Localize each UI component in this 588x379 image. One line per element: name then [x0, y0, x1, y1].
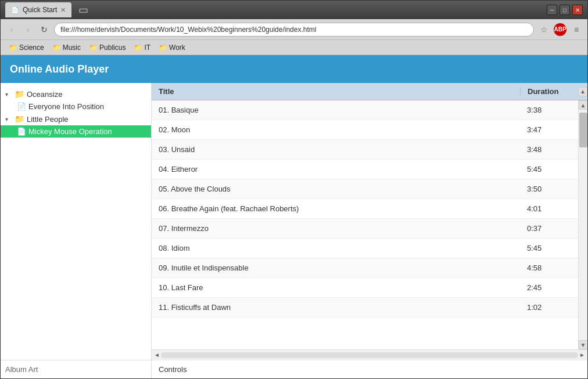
collapse-icon: ▾ [5, 116, 12, 122]
track-duration: 4:58 [520, 264, 578, 272]
bookmark-music[interactable]: 📁 Music [49, 42, 84, 53]
browser-menu-button[interactable]: ≡ [570, 23, 583, 36]
controls-label: Controls [159, 365, 187, 374]
h-scroll-track[interactable] [161, 352, 578, 358]
title-bar: 📄 Quick Start ✕ ▭ ─ □ ✕ [1, 1, 587, 19]
browser-window: 📄 Quick Start ✕ ▭ ─ □ ✕ ‹ › ↻ ☆ ABP ≡ 📁 … [0, 0, 588, 379]
tree-node-label: Mickey Mouse Operation [28, 127, 112, 136]
scroll-left-button[interactable]: ◄ [153, 351, 161, 359]
app-title: Online Audio Player [10, 63, 109, 75]
folder-icon: 📁 [9, 44, 17, 52]
file-icon: 📄 [17, 102, 26, 111]
controls-bar: Controls [152, 360, 587, 378]
track-title: 06. Breathe Again (feat. Rachael Roberts… [152, 204, 520, 213]
table-row[interactable]: 10. Last Fare2:45 [152, 278, 578, 298]
column-title-header: Title [152, 87, 520, 96]
bookmark-label: Music [63, 44, 81, 52]
track-title: 04. Eitheror [152, 165, 520, 174]
bookmark-work[interactable]: 📁 Work [155, 42, 189, 53]
horizontal-scrollbar[interactable]: ◄ ► [152, 349, 587, 360]
table-row[interactable]: 09. Inutile et Indispensable4:58 [152, 258, 578, 278]
track-table: Title Duration ▲ 01. Basique3:3802. Moon… [152, 83, 587, 378]
bookmark-it[interactable]: 📁 IT [130, 42, 154, 53]
track-duration: 1:02 [520, 303, 578, 312]
refresh-button[interactable]: ↻ [38, 23, 51, 36]
app-header: Online Audio Player [1, 55, 587, 83]
track-duration: 3:48 [520, 145, 578, 154]
scroll-right-button[interactable]: ► [578, 351, 586, 359]
new-tab-button[interactable]: ▭ [76, 3, 90, 17]
tree-section: ▾ 📁 Oceansize 📄 Everyone Into Position ▾… [1, 83, 151, 142]
track-duration: 3:47 [520, 125, 578, 134]
scroll-down-button[interactable]: ▼ [579, 340, 588, 349]
folder-icon: 📁 [134, 44, 142, 52]
table-row[interactable]: 11. Fisticuffs at Dawn1:02 [152, 298, 578, 317]
table-body-container: 01. Basique3:3802. Moon3:4703. Unsaid3:4… [152, 100, 587, 349]
bookmarks-bar: 📁 Science 📁 Music 📁 Publicus 📁 IT 📁 Work [1, 40, 587, 55]
table-row[interactable]: 02. Moon3:47 [152, 120, 578, 140]
collapse-icon: ▾ [5, 91, 12, 98]
folder-icon: 📁 [15, 89, 24, 99]
tree-node-mickey-mouse-operation[interactable]: 📄 Mickey Mouse Operation [1, 125, 151, 138]
table-header: Title Duration ▲ [152, 83, 587, 100]
forward-button[interactable]: › [21, 23, 34, 36]
main-layout: ▾ 📁 Oceansize 📄 Everyone Into Position ▾… [1, 83, 587, 378]
tree-node-little-people[interactable]: ▾ 📁 Little People [1, 113, 151, 125]
table-row[interactable]: 01. Basique3:38 [152, 100, 578, 120]
table-body: 01. Basique3:3802. Moon3:4703. Unsaid3:4… [152, 100, 578, 349]
table-row[interactable]: 04. Eitheror5:45 [152, 160, 578, 179]
track-title: 05. Above the Clouds [152, 185, 520, 193]
minimize-button[interactable]: ─ [547, 5, 557, 15]
folder-icon: 📁 [52, 44, 61, 52]
address-bar[interactable] [54, 23, 534, 37]
table-row[interactable]: 03. Unsaid3:48 [152, 140, 578, 160]
track-title: 11. Fisticuffs at Dawn [152, 303, 520, 312]
track-title: 03. Unsaid [152, 145, 520, 154]
bookmark-science[interactable]: 📁 Science [5, 42, 48, 53]
tab-label: Quick Start [23, 6, 57, 14]
tab-page-icon: 📄 [11, 6, 19, 14]
back-button[interactable]: ‹ [5, 23, 18, 36]
scroll-thumb[interactable] [579, 113, 587, 147]
tree-node-oceansize[interactable]: ▾ 📁 Oceansize [1, 88, 151, 100]
maximize-button[interactable]: □ [560, 5, 570, 15]
track-duration: 5:45 [520, 244, 578, 252]
bookmark-label: Work [169, 44, 185, 52]
bookmark-publicus[interactable]: 📁 Publicus [85, 42, 129, 53]
scroll-up-button[interactable]: ▲ [579, 100, 588, 110]
table-row[interactable]: 08. Idiom5:45 [152, 239, 578, 258]
bookmark-star-button[interactable]: ☆ [537, 23, 550, 36]
scroll-up-arrow[interactable]: ▲ [578, 87, 587, 96]
album-art-section: Album Art [1, 360, 151, 378]
tree-node-label: Little People [27, 115, 69, 124]
album-art-label: Album Art [5, 365, 38, 374]
track-title: 07. Intermezzo [152, 224, 520, 233]
adblock-button[interactable]: ABP [554, 23, 567, 36]
right-panel: Title Duration ▲ 01. Basique3:3802. Moon… [152, 83, 587, 378]
bookmark-label: Publicus [99, 44, 126, 52]
window-controls: ─ □ ✕ [547, 5, 583, 15]
track-title: 02. Moon [152, 125, 520, 134]
bookmark-label: IT [144, 44, 150, 52]
table-row[interactable]: 07. Intermezzo0:37 [152, 219, 578, 239]
track-duration: 2:45 [520, 283, 578, 292]
track-duration: 0:37 [520, 224, 578, 233]
tab-close-button[interactable]: ✕ [60, 6, 66, 14]
file-icon: 📄 [17, 127, 26, 136]
scroll-track[interactable] [579, 110, 588, 340]
table-row[interactable]: 05. Above the Clouds3:50 [152, 179, 578, 199]
browser-toolbar: ‹ › ↻ ☆ ABP ≡ [1, 19, 587, 40]
table-row[interactable]: 06. Breathe Again (feat. Rachael Roberts… [152, 199, 578, 219]
sidebar: ▾ 📁 Oceansize 📄 Everyone Into Position ▾… [1, 83, 152, 378]
tree-node-label: Oceansize [27, 90, 62, 99]
folder-icon: 📁 [89, 44, 98, 52]
browser-tab[interactable]: 📄 Quick Start ✕ [5, 2, 71, 17]
close-window-button[interactable]: ✕ [572, 5, 583, 15]
column-duration-header: Duration [520, 87, 578, 96]
tree-node-everyone-into-position[interactable]: 📄 Everyone Into Position [1, 100, 151, 113]
vertical-scrollbar[interactable]: ▲ ▼ [578, 100, 587, 349]
track-title: 09. Inutile et Indispensable [152, 264, 520, 272]
bookmark-label: Science [19, 44, 44, 52]
folder-icon: 📁 [159, 44, 167, 52]
track-duration: 3:38 [520, 106, 578, 114]
